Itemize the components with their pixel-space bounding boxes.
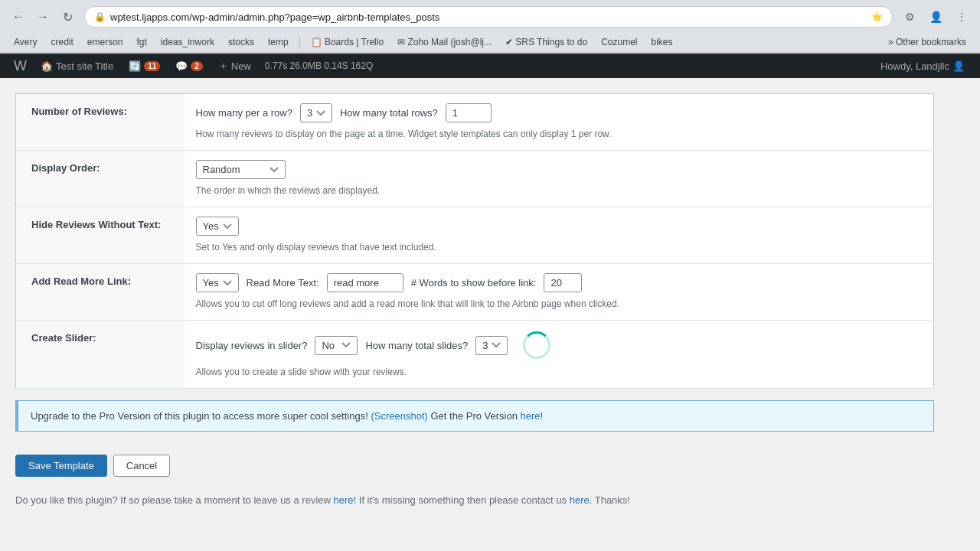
footer-here1-link[interactable]: here! [334, 494, 357, 506]
per-row-select[interactable]: 3 1 2 4 5 [300, 103, 332, 122]
footer-here2-link[interactable]: here [570, 494, 590, 506]
read-more-field: Yes No Read More Text: # Words to show b… [185, 264, 934, 321]
words-before-link-label: # Words to show before link: [411, 277, 537, 289]
button-row: Save Template Cancel [15, 443, 934, 488]
wp-updates[interactable]: 🔄 11 [121, 54, 168, 78]
wp-logo[interactable]: W [8, 58, 33, 74]
number-of-reviews-description: How many reviews to display on the page … [196, 127, 923, 141]
bookmark-separator [299, 36, 300, 48]
hide-reviews-field: Yes No Set to Yes and only display revie… [185, 207, 934, 264]
display-order-select[interactable]: Random Newest Oldest Highest Rated Lowes… [196, 160, 286, 179]
display-in-slider-select[interactable]: No Yes [315, 336, 358, 355]
wp-content-area: Number of Reviews: How many per a row? 3… [0, 78, 980, 543]
read-more-row: Add Read More Link: Yes No Read More Tex… [16, 264, 934, 321]
save-template-button[interactable]: Save Template [15, 455, 107, 477]
read-more-inline-fields: Yes No Read More Text: # Words to show b… [196, 273, 923, 292]
create-slider-label: Create Slider: [16, 321, 185, 389]
display-order-label: Display Order: [16, 151, 185, 207]
read-more-label: Add Read More Link: [16, 264, 185, 321]
wp-new[interactable]: ＋ New [211, 54, 259, 78]
wp-main: Number of Reviews: How many per a row? 3… [0, 78, 980, 543]
bookmark-emerson[interactable]: emerson [81, 35, 129, 49]
display-order-description: The order in which the reviews are displ… [196, 184, 923, 197]
words-before-link-input[interactable] [544, 273, 582, 292]
reviews-inline-fields: How many per a row? 3 1 2 4 5 How many t… [196, 103, 923, 122]
number-of-reviews-field: How many per a row? 3 1 2 4 5 How many t… [185, 94, 934, 151]
upgrade-notice-text: Upgrade to the Pro Version of this plugi… [31, 410, 368, 422]
total-slides-label: How many total slides? [365, 340, 468, 351]
display-in-slider-label: Display reviews in slider? [196, 340, 308, 351]
comments-badge: 2 [191, 61, 203, 71]
updates-badge: 11 [144, 61, 160, 71]
read-more-text-input[interactable] [327, 273, 403, 292]
display-order-row: Display Order: Random Newest Oldest High… [16, 151, 934, 207]
back-button[interactable]: ← [8, 6, 29, 28]
cancel-button[interactable]: Cancel [113, 455, 170, 477]
create-slider-row: Create Slider: Display reviews in slider… [16, 321, 934, 389]
url-text: wptest.ljapps.com/wp-admin/admin.php?pag… [110, 11, 867, 23]
forward-button[interactable]: → [32, 6, 54, 28]
here-link[interactable]: here [521, 410, 541, 422]
bookmarks-bar: Avery credit emerson fgt ideas_inwork st… [0, 32, 980, 53]
bookmark-avery[interactable]: Avery [8, 35, 43, 49]
hide-reviews-row: Hide Reviews Without Text: Yes No Set to… [16, 207, 934, 264]
number-of-reviews-label: Number of Reviews: [16, 94, 185, 151]
footer-note: Do you like this plugin? If so please ta… [15, 494, 934, 506]
total-rows-input[interactable] [446, 103, 492, 122]
bookmark-bikes[interactable]: bikes [645, 35, 679, 49]
refresh-button[interactable]: ↻ [57, 6, 78, 28]
display-order-field: Random Newest Oldest Highest Rated Lowes… [185, 151, 934, 207]
bookmark-stocks[interactable]: stocks [222, 35, 260, 49]
browser-toolbar-icons: ⚙ 👤 ⋮ [899, 6, 972, 28]
bookmark-more[interactable]: » Other bookmarks [882, 35, 972, 49]
bookmark-zoho[interactable]: ✉ Zoho Mail (josh@lj... [391, 35, 498, 49]
screenshot-link[interactable]: (Screenshot) [371, 410, 427, 422]
spinner-area [515, 330, 561, 360]
read-more-description: Allows you to cut off long reviews and a… [196, 297, 923, 311]
footer-text-part2: If it's missing something then please co… [359, 494, 567, 506]
wp-comments[interactable]: 💬 2 [168, 54, 211, 78]
total-rows-label: How many total rows? [340, 107, 438, 119]
bookmark-temp[interactable]: temp [262, 35, 295, 49]
more-button[interactable]: ⋮ [951, 6, 972, 28]
extensions-button[interactable]: ⚙ [899, 6, 920, 28]
hide-reviews-label: Hide Reviews Without Text: [16, 207, 185, 264]
per-row-label: How many per a row? [196, 107, 292, 119]
get-pro-text: Get the Pro Version [430, 410, 517, 422]
loading-spinner [523, 331, 550, 359]
wp-performance-stats: 0.77s 26.0MB 0.14S 162Q [259, 60, 379, 71]
upgrade-notice: Upgrade to the Pro Version of this plugi… [15, 400, 934, 432]
read-more-text-label: Read More Text: [247, 277, 319, 289]
bookmark-trello[interactable]: 📋 Boards | Trello [305, 35, 390, 49]
wp-admin-bar: W 🏠 Test site Title 🔄 11 💬 2 ＋ New 0.77s… [0, 54, 980, 78]
hide-reviews-select[interactable]: Yes No [196, 217, 239, 236]
browser-nav-buttons: ← → ↻ [8, 6, 78, 28]
create-slider-field: Display reviews in slider? No Yes How ma… [185, 321, 934, 389]
browser-top-bar: ← → ↻ 🔒 wptest.ljapps.com/wp-admin/admin… [0, 0, 980, 32]
settings-table: Number of Reviews: How many per a row? 3… [15, 93, 934, 389]
bookmark-ideas[interactable]: ideas_inwork [155, 35, 220, 49]
address-bar[interactable]: 🔒 wptest.ljapps.com/wp-admin/admin.php?p… [84, 6, 893, 28]
read-more-yes-no-select[interactable]: Yes No [196, 273, 239, 292]
content-wrapper: Number of Reviews: How many per a row? 3… [15, 93, 934, 506]
create-slider-description: Allows you to create a slide show with y… [196, 365, 923, 379]
profile-button[interactable]: 👤 [925, 6, 946, 28]
browser-chrome: ← → ↻ 🔒 wptest.ljapps.com/wp-admin/admin… [0, 0, 980, 54]
total-slides-select[interactable]: 3 1 2 4 5 [475, 336, 508, 355]
bookmark-credit[interactable]: credit [44, 35, 79, 49]
bookmark-srs[interactable]: ✔ SRS Things to do [499, 35, 593, 49]
slider-inline-fields: Display reviews in slider? No Yes How ma… [196, 330, 923, 360]
wp-site-title[interactable]: 🏠 Test site Title [33, 54, 121, 78]
number-of-reviews-row: Number of Reviews: How many per a row? 3… [16, 94, 934, 151]
wp-howdy[interactable]: Howdy, Landjllc 👤 [873, 54, 972, 78]
footer-text-part1: Do you like this plugin? If so please ta… [15, 494, 331, 506]
bookmark-fgt[interactable]: fgt [131, 35, 153, 49]
hide-reviews-description: Set to Yes and only display reviews that… [196, 240, 923, 254]
bookmark-cozumel[interactable]: Cozumel [595, 35, 643, 49]
